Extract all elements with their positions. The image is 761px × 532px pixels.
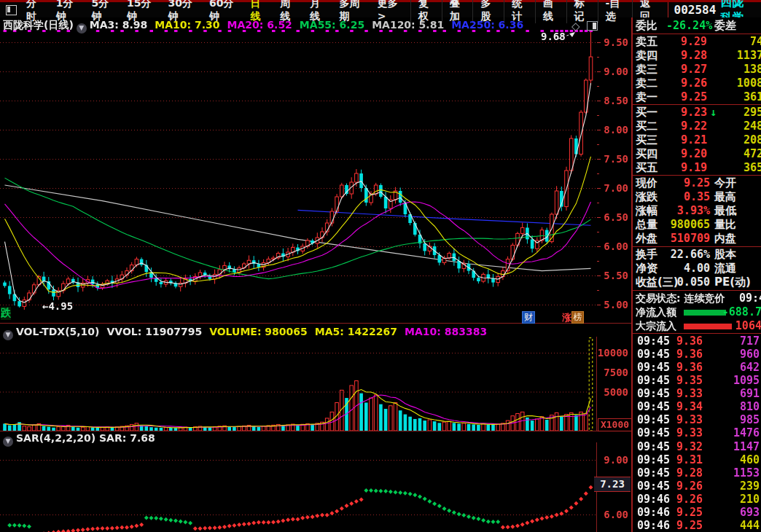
indicator-label: VVOL: 11907795 bbox=[106, 326, 202, 337]
indicator-label: MA55: 6.25 bbox=[300, 19, 364, 31]
divider bbox=[633, 290, 761, 291]
fin-row-换手: 换手22.66%股本 bbox=[633, 248, 761, 262]
panel-divider bbox=[631, 17, 633, 532]
tick-row: 09:469.26210 bbox=[633, 493, 761, 506]
axis-label: 7.50 bbox=[596, 153, 628, 165]
axis-label: 10000 bbox=[596, 347, 628, 359]
sell-row-卖三: 卖三9.271383 bbox=[633, 63, 761, 77]
info-row-外盘: 外盘510709内盘 bbox=[633, 232, 761, 246]
axis-label: 6.50 bbox=[596, 211, 628, 223]
tick-row: 09:459.31460 bbox=[633, 453, 761, 466]
axis-label: 9.50 bbox=[596, 36, 628, 48]
indicator-label: MA10: 883383 bbox=[405, 326, 487, 337]
sell-row-卖二: 卖二9.2610081 bbox=[633, 77, 761, 90]
axis-label: 8.50 bbox=[596, 95, 628, 106]
sar-panel-title-row: ▼SAR(4,2,2,20) SAR: 7.68 bbox=[3, 432, 155, 447]
trade-status-row: 交易状态: 连续竞价09:46 bbox=[633, 292, 761, 305]
fin-row-净资: 净资4.00流通 bbox=[633, 262, 761, 275]
volume-unit-label: X1000 bbox=[598, 418, 632, 431]
axis-label: 8.00 bbox=[596, 124, 628, 136]
buy-row-买三: 买三9.212081 bbox=[633, 133, 761, 147]
info-row-涨跌: 涨跌0.35最高 bbox=[633, 190, 761, 204]
sar-axis-marker: 7.23 bbox=[594, 477, 631, 492]
axis-label: 9.00 bbox=[596, 66, 628, 77]
flow-row-净流入额: 净流入额-688.75 bbox=[633, 305, 761, 319]
tick-row: 09:459.321147 bbox=[633, 440, 761, 453]
main-chart-title-row: 西陇科学(日线)▼MA3: 8.98MA10: 7.30MA20: 6.52MA… bbox=[3, 19, 531, 34]
panel-split-icon[interactable] bbox=[587, 21, 598, 31]
buy-row-买二: 买二9.222483 bbox=[633, 120, 761, 133]
app-window: 分时1分钟5分钟15分钟30分钟60分钟日线周线月线多周期更多 > 复权叠加多股… bbox=[0, 0, 761, 532]
sell-row-卖四: 卖四9.2811371 bbox=[633, 49, 761, 63]
tick-row: 09:459.33985 bbox=[633, 413, 761, 426]
sell-row-卖一: 卖一9.253614 bbox=[633, 90, 761, 104]
indicator-label: MA5: 1422267 bbox=[315, 326, 397, 337]
info-row-现价: 现价9.25今开 bbox=[633, 176, 761, 190]
flow-row-大宗流入: 大宗流入10645 bbox=[633, 319, 761, 333]
indicator-label: VOLUME: 980065 bbox=[209, 326, 308, 337]
indicator-label: MA10: 7.30 bbox=[155, 19, 219, 31]
chart-canvas bbox=[0, 0, 631, 532]
divider bbox=[633, 175, 761, 176]
buy-row-买四: 买四9.204722 bbox=[633, 147, 761, 161]
high-annotation: 9.68 bbox=[541, 31, 566, 42]
info-row-总量: 总量980065量比 bbox=[633, 218, 761, 232]
axis-label: 9.00 bbox=[596, 454, 628, 466]
info-row-涨幅: 涨幅3.93%最低 bbox=[633, 204, 761, 218]
tick-row: 09:469.25444 bbox=[633, 519, 761, 532]
collapse-icon[interactable]: ▼ bbox=[77, 23, 87, 34]
axis-label: 5.50 bbox=[596, 270, 628, 281]
tick-row: 09:469.25693 bbox=[633, 506, 761, 519]
axis-label: 6.00 bbox=[596, 240, 628, 252]
tick-row: 09:459.33691 bbox=[633, 387, 761, 400]
corner-flag: 跌 bbox=[1, 307, 11, 320]
axis-label: 5.00 bbox=[596, 299, 628, 310]
divider bbox=[633, 34, 761, 34]
indicator-label: MA120: 5.81 bbox=[372, 19, 444, 31]
tick-row: 09:459.281153 bbox=[633, 466, 761, 480]
fin-row-收益(三): 收益(三)0.050PE(动) bbox=[633, 275, 761, 289]
diamond-icon[interactable]: ◇ bbox=[571, 20, 580, 33]
axis-label: 7500 bbox=[596, 367, 628, 378]
divider bbox=[633, 333, 761, 334]
quote-panel: 委比-26.24%委差卖五9.29745卖四9.2811371卖三9.27138… bbox=[633, 17, 761, 532]
stock-code: 002584 bbox=[674, 3, 717, 17]
buy-row-买五: 买五9.193654 bbox=[633, 161, 761, 175]
cai-news-button[interactable]: 财 bbox=[522, 311, 535, 324]
tick-row: 09:459.351095 bbox=[633, 374, 761, 387]
divider bbox=[633, 104, 761, 105]
tick-row: 09:459.36642 bbox=[633, 361, 761, 374]
volume-panel-title-row: ▼VOL-TDX(5,10)VVOL: 11907795VOLUME: 9800… bbox=[3, 326, 494, 340]
tick-row: 09:459.36960 bbox=[633, 348, 761, 361]
indicator-label: MA20: 6.52 bbox=[227, 19, 292, 31]
collapse-icon[interactable]: ▼ bbox=[3, 437, 13, 447]
axis-label: 6.00 bbox=[596, 509, 628, 520]
weibi-row: 委比-26.24%委差 bbox=[633, 19, 761, 33]
indicator-label: MA3: 8.98 bbox=[90, 19, 148, 31]
divider bbox=[633, 246, 761, 247]
axis-label: 7.00 bbox=[596, 182, 628, 194]
tick-row: 09:459.331476 bbox=[633, 426, 761, 439]
sell-row-卖五: 卖五9.29745 bbox=[633, 35, 761, 49]
low-annotation: ←4.95 bbox=[42, 300, 73, 312]
indicator-label: VOL-TDX(5,10) bbox=[16, 326, 99, 337]
main-chart-title: 西陇科学(日线) bbox=[3, 19, 74, 31]
zhang-flag: 涨 bbox=[562, 311, 571, 324]
axis-label: 5000 bbox=[596, 386, 628, 398]
tick-row: 09:459.36717 bbox=[633, 335, 761, 348]
buy-row-买一: 买一9.23↓2951 bbox=[633, 106, 761, 120]
tick-row: 09:459.34810 bbox=[633, 400, 761, 413]
collapse-icon[interactable]: ▼ bbox=[3, 330, 13, 340]
tick-row: 09:459.26239 bbox=[633, 480, 761, 493]
sar-label: SAR(4,2,2,20) SAR: 7.68 bbox=[16, 432, 155, 444]
indicator-label: MA250: 6.36 bbox=[451, 19, 523, 31]
bang-rank-button[interactable]: 榜 bbox=[571, 311, 584, 324]
